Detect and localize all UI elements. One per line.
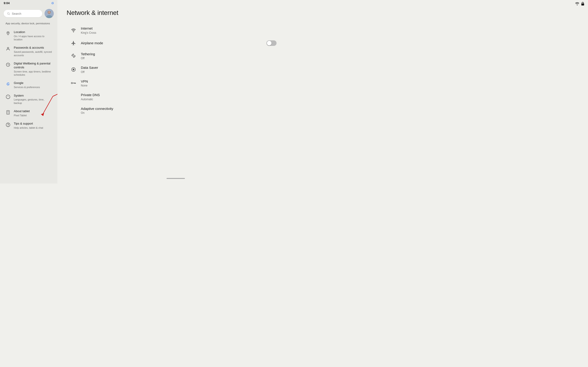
private-dns-subtitle: Automatic [81, 98, 277, 101]
avatar[interactable] [44, 9, 54, 18]
location-text: Location On / 4 apps have access to loca… [14, 30, 52, 41]
settings-item-internet[interactable]: Internet King's Cross [67, 23, 280, 37]
airplane-text: Airplane mode [81, 41, 262, 45]
tips-subtitle: Help articles, tablet & chat [14, 126, 43, 129]
passwords-icon [6, 46, 10, 51]
sidebar-item-digital-wellbeing[interactable]: Digital Wellbeing & parental controls Sc… [2, 59, 56, 79]
settings-item-airplane[interactable]: Airplane mode [67, 37, 280, 49]
svg-point-25 [73, 55, 74, 57]
prev-item-label: App security, device lock, permissions [6, 22, 50, 25]
private-dns-text: Private DNS Automatic [70, 93, 277, 101]
search-bar[interactable] [4, 10, 42, 17]
data-saver-icon [70, 66, 77, 73]
digital-wellbeing-icon [6, 62, 10, 67]
tips-title: Tips & support [14, 122, 43, 126]
vpn-subtitle: None [81, 84, 277, 87]
digital-wellbeing-title: Digital Wellbeing & parental controls [14, 62, 52, 69]
google-title: Google [14, 81, 40, 85]
sidebar-item-google[interactable]: G Google Services & preferences [2, 79, 56, 91]
scroll-indicator [166, 178, 185, 179]
airplane-toggle-knob [267, 41, 271, 45]
svg-point-2 [7, 12, 9, 14]
about-subtitle: Pixel Tablet [14, 114, 30, 117]
vpn-title: VPN [81, 79, 277, 84]
settings-item-data-saver[interactable]: Data Saver Off [67, 63, 280, 76]
google-subtitle: Services & preferences [14, 85, 40, 89]
sidebar-item-location[interactable]: Location On / 4 apps have access to loca… [2, 28, 56, 43]
settings-item-private-dns[interactable]: Private DNS Automatic [67, 90, 280, 104]
search-icon [7, 12, 10, 15]
sidebar-items-list: Location On / 4 apps have access to loca… [0, 27, 57, 184]
svg-point-18 [8, 113, 8, 114]
tethering-title: Tethering [81, 52, 277, 56]
clock: 9:04 [4, 1, 10, 5]
page-title: Network & internet [67, 9, 280, 17]
sidebar-item-system[interactable]: System Languages, gestures, time, backup [2, 92, 56, 107]
sidebar: 9:04 G App security, device lock, permis… [0, 0, 57, 184]
main-content: Network & internet Internet King's Cross [57, 0, 294, 184]
google-icon: G [6, 82, 10, 87]
svg-rect-35 [75, 83, 76, 84]
svg-point-20 [8, 126, 8, 126]
svg-point-33 [72, 83, 72, 83]
adaptive-connectivity-subtitle: On [81, 111, 277, 115]
settings-item-tethering[interactable]: Tethering Off [67, 49, 280, 63]
location-title: Location [14, 30, 52, 34]
google-text: Google Services & preferences [14, 81, 40, 89]
private-dns-title: Private DNS [81, 93, 277, 97]
svg-point-24 [73, 31, 74, 32]
sidebar-prev-item[interactable]: App security, device lock, permissions [2, 20, 56, 27]
tethering-subtitle: Off [81, 57, 277, 60]
passwords-subtitle: Saved passwords, autofill, synced accoun… [14, 50, 52, 57]
digital-wellbeing-text: Digital Wellbeing & parental controls Sc… [14, 62, 52, 76]
sidebar-item-tips[interactable]: Tips & support Help articles, tablet & c… [2, 119, 56, 132]
svg-point-7 [48, 11, 48, 12]
tethering-text: Tethering Off [81, 52, 277, 60]
svg-point-9 [8, 32, 9, 33]
svg-point-10 [7, 48, 9, 49]
svg-rect-15 [7, 110, 9, 115]
data-saver-subtitle: Off [81, 70, 277, 74]
svg-point-28 [71, 56, 72, 56]
sidebar-item-passwords[interactable]: Passwords & accounts Saved passwords, au… [2, 44, 56, 59]
data-saver-title: Data Saver [81, 65, 277, 70]
about-icon [6, 110, 10, 115]
system-title: System [14, 94, 52, 98]
tethering-icon [70, 52, 77, 59]
sidebar-item-about[interactable]: About tablet Pixel Tablet [2, 107, 56, 119]
system-text: System Languages, gestures, time, backup [14, 94, 52, 105]
svg-point-27 [73, 57, 74, 58]
settings-list: Internet King's Cross Airplane mode [67, 23, 280, 117]
svg-point-26 [73, 54, 74, 55]
tips-icon [6, 122, 10, 127]
internet-title: Internet [81, 26, 277, 31]
airplane-toggle-container[interactable] [267, 40, 277, 46]
settings-item-adaptive-connectivity[interactable]: Adaptive connectivity On [67, 104, 280, 117]
svg-rect-36 [74, 83, 75, 84]
google-g-icon: G [52, 1, 54, 5]
vpn-icon [70, 80, 77, 86]
digital-wellbeing-subtitle: Screen time, app timers, bedtime schedul… [14, 70, 52, 77]
tips-text: Tips & support Help articles, tablet & c… [14, 122, 43, 129]
data-saver-text: Data Saver Off [81, 65, 277, 74]
status-bar: 9:04 G [0, 0, 57, 5]
svg-line-3 [9, 14, 10, 15]
about-text: About tablet Pixel Tablet [14, 109, 30, 117]
internet-wifi-icon [70, 27, 77, 33]
passwords-text: Passwords & accounts Saved passwords, au… [14, 46, 52, 57]
location-subtitle: On / 4 apps have access to location [14, 35, 52, 41]
location-icon [6, 31, 10, 36]
adaptive-connectivity-text: Adaptive connectivity On [70, 106, 277, 115]
adaptive-connectivity-title: Adaptive connectivity [81, 106, 277, 111]
internet-subtitle: King's Cross [81, 31, 277, 34]
svg-point-8 [50, 11, 51, 12]
airplane-toggle[interactable] [267, 40, 277, 46]
sidebar-header [0, 5, 57, 20]
settings-item-vpn[interactable]: VPN None [67, 76, 280, 90]
svg-point-29 [75, 56, 76, 56]
system-subtitle: Languages, gestures, time, backup [14, 98, 52, 105]
vpn-text: VPN None [81, 79, 277, 87]
search-input[interactable] [12, 12, 39, 15]
internet-text: Internet King's Cross [81, 26, 277, 34]
about-title: About tablet [14, 109, 30, 113]
